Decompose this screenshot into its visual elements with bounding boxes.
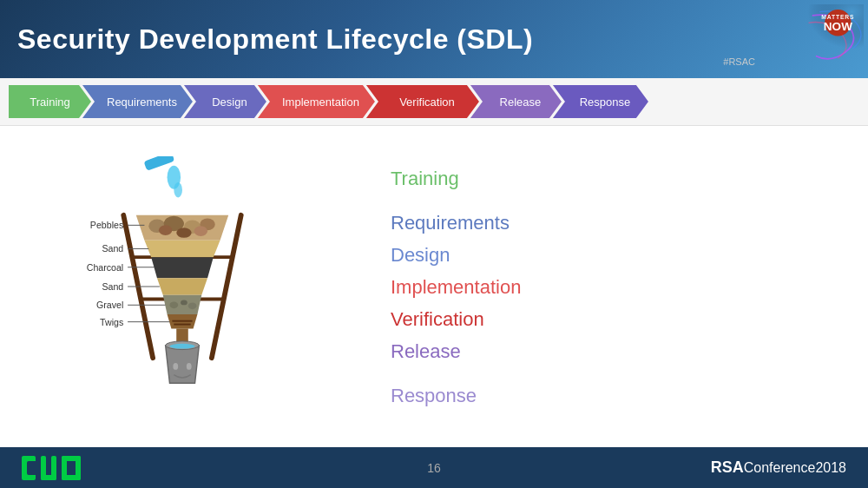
svg-point-25 xyxy=(188,302,197,309)
legend-verification: Verification xyxy=(391,305,842,333)
svg-marker-19 xyxy=(144,241,220,257)
step-implementation: Implementation xyxy=(258,85,375,118)
svg-point-32 xyxy=(187,363,192,370)
legend-response: Response xyxy=(391,381,842,410)
step-design: Design xyxy=(184,85,266,118)
legend-release: Release xyxy=(391,337,842,366)
svg-point-6 xyxy=(174,182,182,197)
step-response: Response xyxy=(553,85,648,118)
page-number: 16 xyxy=(427,461,441,475)
hashtag: #RSAC xyxy=(723,56,755,67)
svg-point-18 xyxy=(194,226,207,236)
svg-text:Pebbles: Pebbles xyxy=(90,220,123,230)
legend-training: Training xyxy=(391,164,842,193)
filter-diagram-svg: Pebbles Sand Charcoal Sand Gravel Twigs xyxy=(78,156,286,417)
svg-point-16 xyxy=(159,225,172,235)
step-verification: Verification xyxy=(366,85,479,118)
step-release: Release xyxy=(470,85,562,118)
conference-year-text: Conference2018 xyxy=(744,460,846,475)
filter-diagram: Pebbles Sand Charcoal Sand Gravel Twigs xyxy=(0,135,365,439)
svg-point-33 xyxy=(169,344,194,349)
duo-logo-svg xyxy=(22,452,91,484)
svg-text:Charcoal: Charcoal xyxy=(87,262,124,273)
logo-swirls-svg: MATTERS NOW xyxy=(768,4,864,78)
svg-rect-50 xyxy=(51,456,56,480)
svg-rect-54 xyxy=(76,456,81,480)
svg-text:Twigs: Twigs xyxy=(100,317,123,327)
legend-design: Design xyxy=(391,241,842,269)
step-requirements: Requirements xyxy=(82,85,193,118)
main-content: Pebbles Sand Charcoal Sand Gravel Twigs … xyxy=(0,126,868,447)
rsa-bold-text: RSA xyxy=(711,458,744,476)
footer: 16 RSAConference2018 xyxy=(0,447,868,488)
step-training: Training xyxy=(9,85,91,118)
process-bar: Training Requirements Design Implementat… xyxy=(0,78,868,126)
svg-point-24 xyxy=(181,300,187,305)
svg-text:Gravel: Gravel xyxy=(96,300,123,310)
header: Security Development Lifecycle (SDL) MAT… xyxy=(0,0,868,78)
svg-text:NOW: NOW xyxy=(824,20,852,33)
svg-point-17 xyxy=(176,228,191,238)
svg-text:Sand: Sand xyxy=(102,243,123,254)
svg-text:Sand: Sand xyxy=(102,281,123,292)
svg-marker-20 xyxy=(151,257,214,278)
svg-point-31 xyxy=(173,363,178,370)
legend-panel: Training Requirements Design Implementat… xyxy=(365,135,868,439)
legend-implementation: Implementation xyxy=(391,273,842,301)
svg-rect-47 xyxy=(27,461,37,475)
duo-logo xyxy=(22,452,91,484)
svg-point-23 xyxy=(169,301,178,308)
svg-marker-21 xyxy=(157,278,207,294)
header-logo: MATTERS NOW xyxy=(755,0,868,78)
legend-requirements: Requirements xyxy=(391,208,842,237)
rsa-conference-logo: RSAConference2018 xyxy=(711,458,846,477)
page-title: Security Development Lifecycle (SDL) xyxy=(17,23,533,56)
